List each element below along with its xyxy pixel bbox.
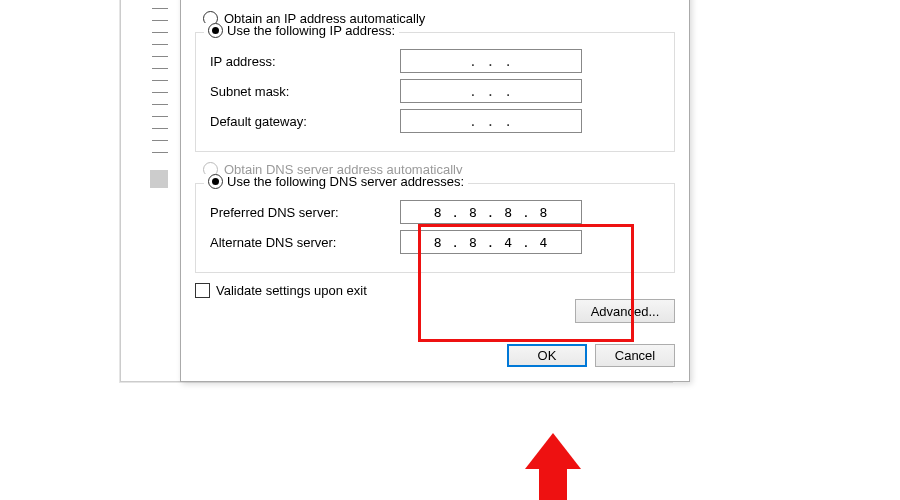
- advanced-button[interactable]: Advanced...: [575, 299, 675, 323]
- use-following-dns-label: Use the following DNS server addresses:: [227, 174, 464, 189]
- ip-address-label: IP address:: [210, 54, 400, 69]
- cancel-button[interactable]: Cancel: [595, 344, 675, 367]
- default-gateway-input[interactable]: . . .: [400, 109, 582, 133]
- alternate-dns-label: Alternate DNS server:: [210, 235, 400, 250]
- validate-checkbox[interactable]: [195, 283, 210, 298]
- ip-address-input[interactable]: . . .: [400, 49, 582, 73]
- radio-icon: [208, 23, 223, 38]
- subnet-mask-input[interactable]: . . .: [400, 79, 582, 103]
- use-following-ip-label: Use the following IP address:: [227, 23, 395, 38]
- preferred-dns-label: Preferred DNS server:: [210, 205, 400, 220]
- validate-label: Validate settings upon exit: [216, 283, 367, 298]
- ip-address-group: Use the following IP address: IP address…: [195, 32, 675, 152]
- default-gateway-label: Default gateway:: [210, 114, 400, 129]
- radio-icon: [208, 174, 223, 189]
- alternate-dns-input[interactable]: 8 . 8 . 4 . 4: [400, 230, 582, 254]
- use-following-dns-radio[interactable]: Use the following DNS server addresses:: [204, 174, 468, 189]
- subnet-mask-label: Subnet mask:: [210, 84, 400, 99]
- ok-button[interactable]: OK: [507, 344, 587, 367]
- background-decoration: [150, 170, 168, 188]
- ipv4-properties-dialog: Obtain an IP address automatically Use t…: [180, 0, 690, 382]
- dns-server-group: Use the following DNS server addresses: …: [195, 183, 675, 273]
- background-decoration: [152, 0, 168, 160]
- use-following-ip-radio[interactable]: Use the following IP address:: [204, 23, 399, 38]
- preferred-dns-input[interactable]: 8 . 8 . 8 . 8: [400, 200, 582, 224]
